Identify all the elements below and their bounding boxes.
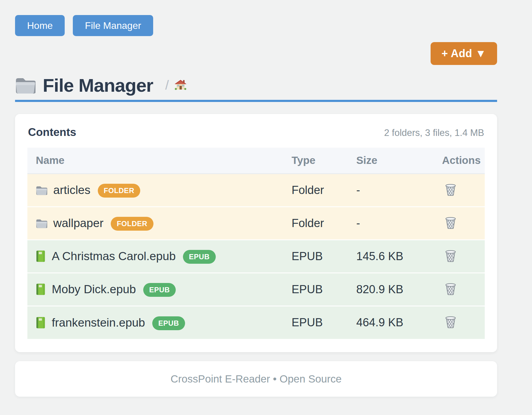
folder-icon: [36, 218, 47, 228]
table-header-row: Name Type Size Actions: [27, 148, 485, 174]
item-size: 145.6 KB: [356, 240, 442, 273]
page-title: File Manager: [43, 75, 153, 96]
item-name[interactable]: frankenstein.epub: [52, 316, 145, 329]
green-book-icon: [36, 317, 46, 329]
trash-icon: [445, 283, 456, 296]
footer: CrossPoint E-Reader • Open Source: [15, 361, 497, 397]
item-name[interactable]: Moby Dick.epub: [52, 283, 136, 296]
type-badge: EPUB: [183, 250, 216, 264]
column-header-size: Size: [356, 148, 442, 174]
table-body: articles FOLDER Folder -: [27, 174, 485, 339]
item-type: EPUB: [291, 306, 356, 339]
page-header: File Manager /: [15, 74, 497, 96]
table-row: A Christmas Carol.epub EPUB EPUB 145.6 K…: [27, 240, 485, 273]
type-badge: FOLDER: [98, 184, 141, 198]
footer-text: CrossPoint E-Reader • Open Source: [171, 373, 342, 385]
item-type: Folder: [291, 207, 356, 240]
item-type: Folder: [291, 174, 356, 207]
top-nav: Home File Manager: [15, 15, 497, 36]
title-underline: [15, 100, 497, 102]
contents-card: Contents 2 folders, 3 files, 1.4 MB Name…: [15, 114, 497, 352]
delete-button[interactable]: [445, 217, 456, 230]
delete-button[interactable]: [445, 184, 456, 197]
add-button[interactable]: + Add ▼: [431, 42, 497, 65]
green-book-icon: [36, 283, 46, 295]
breadcrumb-home-link[interactable]: [175, 79, 186, 91]
item-name[interactable]: wallpaper: [53, 217, 104, 230]
table-row: wallpaper FOLDER Folder -: [27, 207, 485, 240]
item-name[interactable]: A Christmas Carol.epub: [52, 250, 176, 263]
green-book-icon: [36, 250, 46, 262]
item-size: 464.9 KB: [356, 306, 442, 339]
trash-icon: [445, 184, 456, 197]
trash-icon: [445, 217, 456, 230]
item-name[interactable]: articles: [53, 183, 91, 197]
item-type: EPUB: [291, 273, 356, 306]
file-table: Name Type Size Actions articles: [27, 148, 485, 339]
nav-home-button[interactable]: Home: [15, 15, 65, 36]
contents-summary: 2 folders, 3 files, 1.4 MB: [384, 128, 484, 138]
column-header-type: Type: [291, 148, 356, 174]
item-size: 820.9 KB: [356, 273, 442, 306]
table-row: frankenstein.epub EPUB EPUB 464.9 KB: [27, 306, 485, 339]
folder-icon: [36, 185, 47, 195]
type-badge: EPUB: [152, 316, 185, 330]
contents-heading: Contents: [28, 126, 76, 139]
trash-icon: [445, 250, 456, 263]
contents-card-header: Contents 2 folders, 3 files, 1.4 MB: [27, 126, 485, 139]
breadcrumb-separator: /: [165, 78, 169, 93]
page-content: Home File Manager File Manager /: [15, 0, 497, 397]
item-size: -: [356, 174, 442, 207]
column-header-actions: Actions: [442, 148, 485, 174]
type-badge: EPUB: [143, 283, 176, 297]
delete-button[interactable]: [445, 316, 456, 329]
folder-icon: [15, 76, 36, 94]
column-header-name: Name: [27, 148, 291, 174]
item-type: EPUB: [291, 240, 356, 273]
trash-icon: [445, 316, 456, 329]
house-icon: [175, 79, 186, 91]
delete-button[interactable]: [445, 283, 456, 296]
nav-file-manager-button[interactable]: File Manager: [73, 15, 153, 36]
type-badge: FOLDER: [111, 217, 153, 231]
delete-button[interactable]: [445, 250, 456, 263]
table-row: Moby Dick.epub EPUB EPUB 820.9 KB: [27, 273, 485, 306]
item-size: -: [356, 207, 442, 240]
table-row: articles FOLDER Folder -: [27, 174, 485, 207]
